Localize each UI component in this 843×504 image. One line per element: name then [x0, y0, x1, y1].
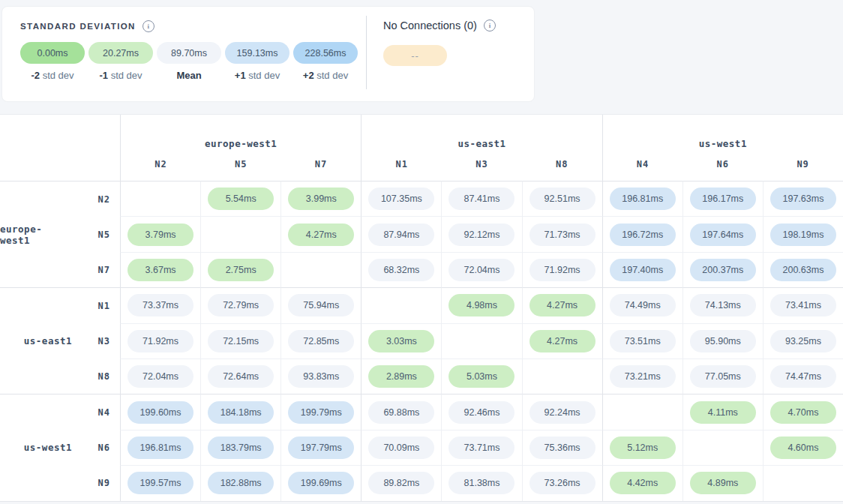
latency-pill[interactable]: 182.88ms	[208, 472, 274, 494]
latency-cell[interactable]: 196.72ms	[602, 216, 682, 251]
latency-pill[interactable]: 4.27ms	[288, 224, 354, 246]
latency-pill[interactable]: 68.32ms	[368, 259, 434, 281]
latency-pill[interactable]: 74.49ms	[610, 294, 676, 316]
latency-cell[interactable]: 87.41ms	[441, 181, 521, 216]
latency-cell[interactable]: 199.60ms	[120, 394, 200, 429]
latency-pill[interactable]: 89.82ms	[368, 472, 434, 494]
latency-cell[interactable]: 3.03ms	[361, 323, 441, 358]
latency-cell[interactable]: 74.13ms	[682, 287, 763, 322]
latency-pill[interactable]: 197.64ms	[690, 224, 756, 246]
latency-cell[interactable]: 72.85ms	[280, 323, 361, 358]
latency-pill[interactable]: 71.92ms	[530, 259, 596, 281]
latency-pill[interactable]: 87.41ms	[448, 188, 514, 210]
latency-cell[interactable]: 4.27ms	[280, 216, 361, 251]
latency-pill[interactable]: 4.42ms	[610, 472, 676, 494]
latency-pill[interactable]: 69.88ms	[368, 401, 434, 424]
latency-cell[interactable]: 72.04ms	[120, 358, 200, 394]
latency-cell[interactable]: 199.79ms	[280, 394, 361, 429]
latency-pill[interactable]: 93.25ms	[770, 330, 836, 352]
latency-pill[interactable]: 196.17ms	[690, 188, 756, 210]
latency-pill[interactable]: 75.94ms	[288, 294, 354, 316]
latency-pill[interactable]: 3.79ms	[128, 224, 194, 246]
latency-pill[interactable]: 81.38ms	[448, 472, 514, 494]
latency-cell[interactable]: 196.17ms	[682, 181, 763, 216]
latency-cell[interactable]: 200.63ms	[763, 252, 843, 287]
latency-cell[interactable]: 92.24ms	[522, 394, 602, 429]
latency-cell[interactable]: 75.94ms	[280, 287, 361, 322]
latency-pill[interactable]: 95.90ms	[690, 330, 756, 352]
latency-pill[interactable]: 72.04ms	[128, 365, 194, 388]
latency-pill[interactable]: 184.18ms	[208, 401, 274, 424]
latency-cell[interactable]: 197.40ms	[602, 252, 682, 287]
latency-cell[interactable]: 4.98ms	[441, 287, 521, 322]
latency-cell[interactable]: 198.19ms	[763, 216, 843, 251]
latency-cell[interactable]: 199.69ms	[280, 465, 361, 500]
latency-cell[interactable]: 4.27ms	[522, 287, 602, 322]
latency-cell[interactable]: 3.79ms	[120, 216, 200, 251]
latency-pill[interactable]: 3.67ms	[128, 259, 194, 281]
latency-cell[interactable]: 72.64ms	[200, 358, 280, 394]
latency-cell[interactable]: 72.15ms	[200, 323, 280, 358]
latency-cell[interactable]: 71.92ms	[522, 252, 602, 287]
latency-pill[interactable]: 72.79ms	[208, 294, 274, 316]
latency-pill[interactable]: 92.24ms	[530, 401, 596, 424]
latency-cell[interactable]: 196.81ms	[120, 430, 200, 465]
latency-pill[interactable]: 73.71ms	[448, 436, 514, 459]
latency-pill[interactable]: 73.26ms	[530, 472, 596, 494]
latency-pill[interactable]: 196.81ms	[128, 436, 194, 459]
latency-cell[interactable]: 95.90ms	[682, 323, 763, 358]
latency-cell[interactable]: 73.41ms	[763, 287, 843, 322]
latency-cell[interactable]: 4.11ms	[682, 394, 763, 429]
latency-pill[interactable]: 73.21ms	[610, 365, 676, 388]
latency-pill[interactable]: 4.11ms	[690, 401, 756, 424]
latency-pill[interactable]: 71.92ms	[128, 330, 194, 352]
latency-cell[interactable]: 4.70ms	[763, 394, 843, 429]
latency-cell[interactable]: 70.09ms	[361, 430, 441, 465]
latency-cell[interactable]: 2.89ms	[361, 358, 441, 394]
latency-pill[interactable]: 73.37ms	[128, 294, 194, 316]
latency-cell[interactable]: 71.92ms	[120, 323, 200, 358]
latency-pill[interactable]: 200.63ms	[770, 259, 836, 281]
latency-cell[interactable]: 87.94ms	[361, 216, 441, 251]
latency-cell[interactable]: 2.75ms	[200, 252, 280, 287]
latency-pill[interactable]: 4.89ms	[690, 472, 756, 494]
latency-pill[interactable]: 4.98ms	[448, 294, 514, 316]
latency-cell[interactable]: 182.88ms	[200, 465, 280, 500]
latency-cell[interactable]: 74.49ms	[602, 287, 682, 322]
latency-pill[interactable]: 199.69ms	[288, 472, 354, 494]
latency-pill[interactable]: 197.63ms	[770, 188, 836, 210]
latency-cell[interactable]: 81.38ms	[441, 465, 521, 500]
latency-cell[interactable]: 183.79ms	[200, 430, 280, 465]
latency-cell[interactable]: 89.82ms	[361, 465, 441, 500]
latency-cell[interactable]: 200.37ms	[682, 252, 763, 287]
latency-cell[interactable]: 75.36ms	[522, 430, 602, 465]
latency-cell[interactable]: 74.47ms	[763, 358, 843, 394]
latency-pill[interactable]: 92.51ms	[530, 188, 596, 210]
latency-pill[interactable]: 72.15ms	[208, 330, 274, 352]
latency-pill[interactable]: 199.57ms	[128, 472, 194, 494]
latency-pill[interactable]: 196.72ms	[610, 224, 676, 246]
latency-pill[interactable]: 4.70ms	[770, 401, 836, 424]
latency-cell[interactable]: 3.67ms	[120, 252, 200, 287]
latency-pill[interactable]: 197.79ms	[288, 436, 354, 459]
latency-cell[interactable]: 199.57ms	[120, 465, 200, 500]
latency-cell[interactable]: 197.64ms	[682, 216, 763, 251]
latency-pill[interactable]: 71.73ms	[530, 224, 596, 246]
latency-pill[interactable]: 70.09ms	[368, 436, 434, 459]
latency-pill[interactable]: 5.03ms	[448, 365, 514, 388]
latency-pill[interactable]: 77.05ms	[690, 365, 756, 388]
latency-pill[interactable]: 4.27ms	[530, 330, 596, 352]
latency-pill[interactable]: 2.75ms	[208, 259, 274, 281]
latency-cell[interactable]: 107.35ms	[361, 181, 441, 216]
latency-pill[interactable]: 72.04ms	[448, 259, 514, 281]
latency-pill[interactable]: 3.03ms	[368, 330, 434, 352]
latency-cell[interactable]: 184.18ms	[200, 394, 280, 429]
latency-cell[interactable]: 73.51ms	[602, 323, 682, 358]
latency-cell[interactable]: 5.03ms	[441, 358, 521, 394]
latency-pill[interactable]: 5.12ms	[610, 436, 676, 459]
latency-cell[interactable]: 71.73ms	[522, 216, 602, 251]
latency-cell[interactable]: 73.71ms	[441, 430, 521, 465]
latency-pill[interactable]: 74.13ms	[690, 294, 756, 316]
latency-cell[interactable]: 5.12ms	[602, 430, 682, 465]
latency-pill[interactable]: 74.47ms	[770, 365, 836, 388]
